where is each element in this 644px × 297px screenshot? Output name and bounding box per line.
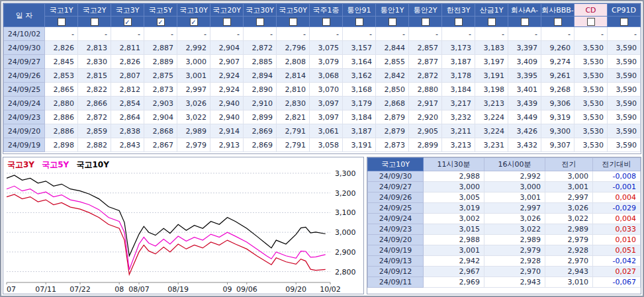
column-header-7[interactable]: 국고50Y [277, 4, 310, 17]
rate-cell[interactable]: 3,178 [442, 69, 475, 83]
value-1130[interactable]: 3,001 [424, 245, 484, 256]
rate-cell[interactable]: 3,530 [575, 110, 608, 124]
rate-cell[interactable]: - [376, 27, 409, 41]
rate-cell[interactable]: 9,274 [541, 55, 575, 69]
rate-cell[interactable]: 3,439 [508, 97, 541, 110]
column-header-0[interactable]: 국고1Y [45, 4, 78, 17]
rate-cell[interactable]: 3,232 [442, 110, 475, 124]
checkbox-icon[interactable] [355, 18, 363, 26]
rate-cell[interactable]: 2,865 [45, 83, 78, 97]
rate-cell[interactable]: 2,791 [277, 124, 310, 138]
rate-cell[interactable]: 2,940 [210, 110, 244, 124]
detail-date[interactable]: 24/09/19 [368, 245, 424, 256]
rate-cell[interactable]: 3,224 [475, 110, 508, 124]
rate-cell[interactable]: 2,869 [244, 138, 277, 152]
checkbox-icon[interactable] [58, 18, 66, 26]
rate-cell[interactable]: 3,530 [575, 55, 608, 69]
rate-cell[interactable]: 2,924 [210, 69, 244, 83]
row-date[interactable]: 24/09/23 [4, 110, 45, 124]
detail-date[interactable]: 24/09/13 [368, 256, 424, 267]
rate-cell[interactable]: 2,992 [177, 41, 210, 55]
value-1130[interactable]: 2,988 [424, 235, 484, 245]
rate-cell[interactable]: 3,395 [508, 69, 541, 83]
rate-cell[interactable]: 2,826 [111, 55, 144, 69]
column-header-2[interactable]: 국고3Y [111, 4, 144, 17]
rate-cell[interactable]: 2,894 [244, 69, 277, 83]
rate-cell[interactable]: 3,590 [608, 138, 641, 152]
rate-cell[interactable]: 2,853 [45, 69, 78, 83]
value-prev[interactable]: 3,000 [545, 171, 593, 182]
rate-cell[interactable]: 2,873 [144, 83, 177, 97]
rate-cell[interactable]: 2,814 [277, 69, 310, 83]
value-change[interactable]: 0,004 [593, 192, 641, 203]
rate-cell[interactable]: - [608, 27, 641, 41]
rate-cell[interactable]: 3,001 [177, 69, 210, 83]
rate-cell[interactable]: 3,449 [508, 110, 541, 124]
rate-cell[interactable]: 2,855 [376, 55, 409, 69]
value-prev[interactable]: 3,001 [545, 182, 593, 192]
rate-cell[interactable]: 2,890 [244, 83, 277, 97]
rate-cell[interactable]: 3,157 [343, 41, 376, 55]
rate-cell[interactable]: 2,811 [111, 41, 144, 55]
rate-cell[interactable]: 3,198 [475, 83, 508, 97]
column-checkbox-7[interactable] [277, 17, 310, 27]
rate-cell[interactable]: 3,184 [343, 110, 376, 124]
row-date[interactable]: 24/09/27 [4, 55, 45, 69]
rate-cell[interactable]: 2,796 [277, 41, 310, 55]
value-1130[interactable]: 3,005 [424, 192, 484, 203]
rate-cell[interactable]: 9,300 [541, 124, 575, 138]
rate-cell[interactable]: 3,197 [475, 55, 508, 69]
rate-cell[interactable]: 3,426 [508, 124, 541, 138]
rate-cell[interactable]: 2,872 [244, 41, 277, 55]
checkbox-icon[interactable] [91, 18, 99, 26]
value-prev[interactable]: 3,022 [545, 214, 593, 224]
column-header-10[interactable]: 통안1Y [376, 4, 409, 17]
row-date[interactable]: 24/09/19 [4, 138, 45, 152]
detail-header-0[interactable]: 국고10Y [368, 158, 424, 171]
column-header-14[interactable]: 회사AA- [508, 4, 541, 17]
rate-cell[interactable]: 9,260 [541, 41, 575, 55]
column-checkbox-9[interactable] [343, 17, 376, 27]
rate-cell[interactable]: 3,590 [608, 41, 641, 55]
detail-date[interactable]: 24/09/20 [368, 235, 424, 245]
rate-cell[interactable]: 2,868 [376, 97, 409, 110]
rate-cell[interactable]: 2,898 [45, 138, 78, 152]
checkbox-icon[interactable]: ✓ [124, 18, 132, 26]
column-checkbox-1[interactable] [78, 17, 111, 27]
rate-cell[interactable]: 2,875 [144, 69, 177, 83]
rate-cell[interactable]: 3,530 [575, 124, 608, 138]
rate-cell[interactable]: 2,857 [409, 41, 442, 55]
value-prev[interactable]: 2,943 [545, 267, 593, 277]
rate-cell[interactable]: 2,815 [78, 69, 111, 83]
detail-date[interactable]: 24/09/27 [368, 182, 424, 192]
value-1600[interactable]: 2,928 [484, 256, 545, 267]
rate-cell[interactable]: 3,026 [177, 97, 210, 110]
rate-cell[interactable]: 2,807 [111, 69, 144, 83]
detail-date[interactable]: 24/09/24 [368, 214, 424, 224]
checkbox-icon[interactable] [322, 18, 330, 26]
rate-cell[interactable]: 2,880 [45, 97, 78, 110]
value-prev[interactable]: 3,010 [545, 277, 593, 288]
rate-cell[interactable]: 3,191 [343, 138, 376, 152]
rate-cell[interactable]: 3,168 [343, 83, 376, 97]
value-change[interactable]: -0,008 [593, 171, 641, 182]
column-checkbox-15[interactable] [541, 17, 575, 27]
value-1600[interactable]: 2,989 [484, 235, 545, 245]
rate-cell[interactable]: - [45, 27, 78, 41]
rate-cell[interactable]: 3,231 [475, 138, 508, 152]
checkbox-icon[interactable] [422, 18, 430, 26]
value-change[interactable]: 0,010 [593, 235, 641, 245]
rate-cell[interactable]: 2,979 [177, 138, 210, 152]
rate-cell[interactable]: 3,068 [310, 69, 343, 83]
value-change[interactable]: 0,004 [593, 214, 641, 224]
rate-cell[interactable]: 3,530 [575, 69, 608, 83]
rate-cell[interactable]: 2,917 [409, 97, 442, 110]
rate-cell[interactable]: 3,590 [608, 97, 641, 110]
rate-cell[interactable]: - [277, 27, 310, 41]
column-header-4[interactable]: 국고10Y [177, 4, 210, 17]
value-change[interactable]: -0,029 [593, 203, 641, 214]
rate-cell[interactable]: 3,530 [575, 83, 608, 97]
rate-cell[interactable]: 3,070 [310, 83, 343, 97]
column-checkbox-11[interactable] [409, 17, 442, 27]
rate-cell[interactable]: 2,899 [409, 138, 442, 152]
